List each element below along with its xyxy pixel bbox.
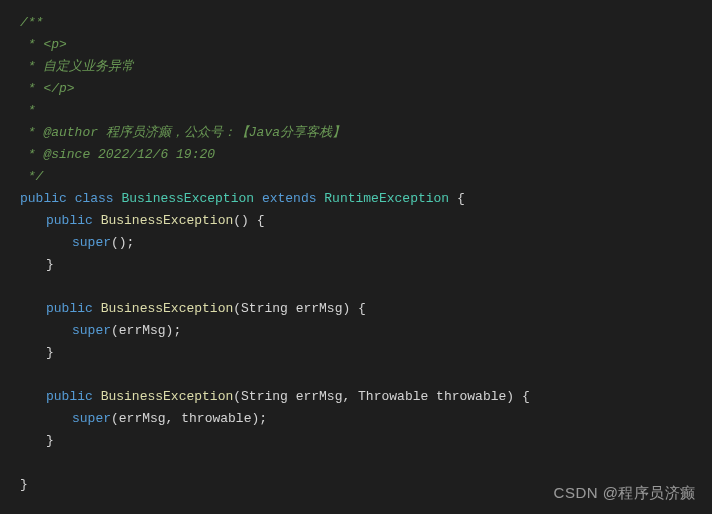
class-name: BusinessException <box>121 191 254 206</box>
class-declaration: public class BusinessException extends R… <box>20 188 712 210</box>
keyword-extends: extends <box>262 191 317 206</box>
javadoc-open: /** <box>20 12 712 34</box>
close-brace: } <box>20 342 712 364</box>
javadoc-author: * @author 程序员济癫，公众号：【Java分享客栈】 <box>20 122 712 144</box>
super-call: super(errMsg); <box>20 320 712 342</box>
close-brace: } <box>20 430 712 452</box>
constructor-3: public BusinessException(String errMsg, … <box>20 386 712 408</box>
constructor-2: public BusinessException(String errMsg) … <box>20 298 712 320</box>
code-block: /** * <p> * 自定义业务异常 * </p> * * @author 程… <box>20 12 712 496</box>
constructor-name: BusinessException <box>101 389 234 404</box>
constructor-1: public BusinessException() { <box>20 210 712 232</box>
watermark: CSDN @程序员济癫 <box>554 482 696 504</box>
javadoc-desc: * 自定义业务异常 <box>20 56 712 78</box>
close-brace: } <box>20 254 712 276</box>
javadoc-close: */ <box>20 166 712 188</box>
constructor-name: BusinessException <box>101 213 234 228</box>
super-call: super(errMsg, throwable); <box>20 408 712 430</box>
javadoc-since: * @since 2022/12/6 19:20 <box>20 144 712 166</box>
javadoc-line: * </p> <box>20 78 712 100</box>
parent-class: RuntimeException <box>324 191 449 206</box>
keyword-class: class <box>75 191 114 206</box>
super-call: super(); <box>20 232 712 254</box>
javadoc-line: * <p> <box>20 34 712 56</box>
javadoc-line: * <box>20 100 712 122</box>
keyword-public: public <box>20 191 67 206</box>
constructor-name: BusinessException <box>101 301 234 316</box>
